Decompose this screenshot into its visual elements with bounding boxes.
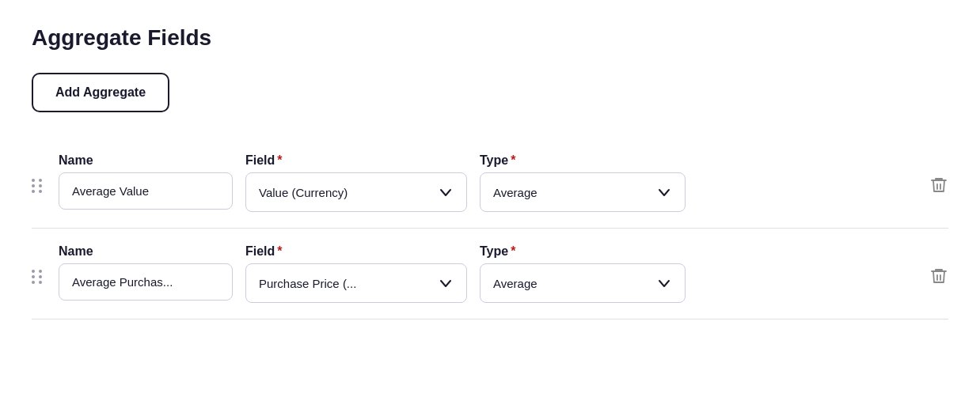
name-field-group: Name [59,244,233,301]
type-label: Type* [480,153,686,168]
required-star: * [511,153,515,167]
name-input[interactable] [59,172,233,210]
type-select[interactable]: Average [480,172,686,212]
name-field-group: Name [59,153,233,210]
add-aggregate-button[interactable]: Add Aggregate [32,73,169,112]
field-select[interactable]: Value (Currency) [245,172,467,212]
field-field-group: Field* Purchase Price (... [245,244,467,303]
type-select-value: Average [493,186,650,199]
chevron-down-icon [656,184,672,200]
drag-handle-icon[interactable] [32,153,43,193]
name-input[interactable] [59,263,233,301]
chevron-down-icon [438,275,454,291]
aggregate-list: Name Field* Value (Currency) [32,138,948,319]
type-select[interactable]: Average [480,263,686,303]
required-star: * [511,244,515,258]
required-star: * [277,244,282,258]
aggregate-row: Name Field* Value (Currency) [32,138,948,229]
field-select-value: Value (Currency) [259,186,431,199]
field-label: Field* [245,153,467,168]
delete-button[interactable] [929,153,948,195]
page-title: Aggregate Fields [32,25,948,51]
required-star: * [277,153,282,167]
name-label: Name [59,153,233,168]
fields-row: Name Field* Value (Currency) [59,153,914,212]
type-select-value: Average [493,277,650,290]
type-field-group: Type* Average [480,153,686,212]
type-label: Type* [480,244,686,259]
chevron-down-icon [438,184,454,200]
type-field-group: Type* Average [480,244,686,303]
field-select[interactable]: Purchase Price (... [245,263,467,303]
field-select-value: Purchase Price (... [259,277,431,290]
field-field-group: Field* Value (Currency) [245,153,467,212]
chevron-down-icon [656,275,672,291]
name-label: Name [59,244,233,259]
fields-row: Name Field* Purchase Price (... [59,244,914,303]
delete-button[interactable] [929,244,948,285]
field-label: Field* [245,244,467,259]
drag-handle-icon[interactable] [32,244,43,284]
aggregate-row: Name Field* Purchase Price (... [32,229,948,319]
